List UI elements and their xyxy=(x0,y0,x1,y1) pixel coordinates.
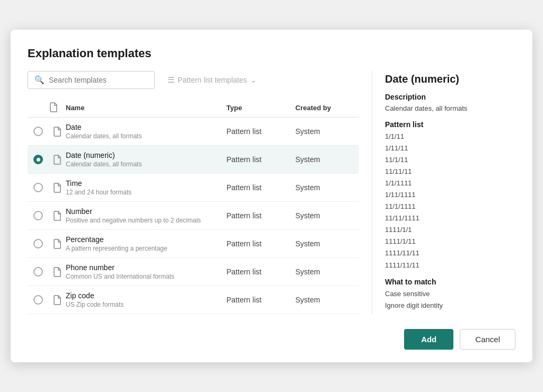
add-button[interactable]: Add xyxy=(404,329,453,350)
filter-label: Pattern list templates xyxy=(178,76,247,84)
templates-table: Name Type Created by Date Calendar dates… xyxy=(28,97,359,314)
radio-circle[interactable] xyxy=(33,267,43,277)
row-name-cell: Percentage A pattern representing a perc… xyxy=(66,235,226,252)
right-panel: Date (numeric) Description Calendar date… xyxy=(372,71,515,314)
what-to-match-label: What to match xyxy=(385,278,515,286)
pattern-list-item: 1111/11/11 xyxy=(385,260,515,271)
table-row[interactable]: Date (numeric) Calendar dates, all forma… xyxy=(28,146,359,174)
row-name: Time xyxy=(66,179,226,188)
radio-circle[interactable] xyxy=(33,183,43,192)
row-name: Number xyxy=(66,207,226,216)
row-name-cell: Date Calendar dates, all formats xyxy=(66,123,226,140)
row-description: Calendar dates, all formats xyxy=(66,161,226,168)
file-icon xyxy=(49,182,66,193)
row-created-by: System xyxy=(295,239,359,248)
pattern-list-item: 11/11/11 xyxy=(385,166,515,177)
modal-footer: Add Cancel xyxy=(28,329,515,350)
radio-circle[interactable] xyxy=(33,239,43,248)
row-name: Date (numeric) xyxy=(66,151,226,159)
row-type: Pattern list xyxy=(226,127,295,136)
table-row[interactable]: Date Calendar dates, all formats Pattern… xyxy=(28,118,359,146)
row-radio[interactable] xyxy=(28,155,49,164)
row-type: Pattern list xyxy=(226,239,295,248)
filter-lines-icon: ☰ xyxy=(168,75,174,85)
table-row[interactable]: Time 12 and 24 hour formats Pattern list… xyxy=(28,174,359,202)
cancel-button[interactable]: Cancel xyxy=(460,329,515,350)
row-name-cell: Phone number Common US and International… xyxy=(66,263,226,280)
table-header: Name Type Created by xyxy=(28,97,359,118)
pattern-list-item: 1/1/1111 xyxy=(385,177,515,189)
search-box[interactable]: 🔍 xyxy=(28,71,155,89)
row-name: Date xyxy=(66,123,226,131)
row-created-by: System xyxy=(295,211,359,220)
pattern-list-item: 1111/1/1 xyxy=(385,224,515,236)
row-description: 12 and 24 hour formats xyxy=(66,189,226,196)
what-to-match-item: Ignore digit identity xyxy=(385,300,515,311)
header-name: Name xyxy=(66,104,226,112)
what-to-match-items: Case sensitiveIgnore digit identity xyxy=(385,288,515,311)
modal-title: Explanation templates xyxy=(28,47,515,60)
row-radio[interactable] xyxy=(28,267,49,277)
header-created-by: Created by xyxy=(295,104,359,112)
row-radio[interactable] xyxy=(28,295,49,305)
row-radio[interactable] xyxy=(28,183,49,192)
left-panel: 🔍 ☰ Pattern list templates ⌄ xyxy=(28,71,372,314)
pattern-list-item: 11/1/11 xyxy=(385,154,515,166)
table-row[interactable]: Zip code US Zip code formats Pattern lis… xyxy=(28,286,359,314)
pattern-list-item: 11/1/1111 xyxy=(385,201,515,212)
file-icon xyxy=(49,238,66,249)
detail-title: Date (numeric) xyxy=(385,73,515,85)
pattern-list-item: 1111/1/11 xyxy=(385,236,515,247)
row-description: US Zip code formats xyxy=(66,301,226,308)
table-row[interactable]: Percentage A pattern representing a perc… xyxy=(28,230,359,258)
row-created-by: System xyxy=(295,183,359,192)
row-type: Pattern list xyxy=(226,296,295,304)
pattern-list-item: 1111/11/11 xyxy=(385,247,515,259)
row-created-by: System xyxy=(295,296,359,304)
row-type: Pattern list xyxy=(226,211,295,220)
row-name-cell: Time 12 and 24 hour formats xyxy=(66,179,226,196)
table-rows: Date Calendar dates, all formats Pattern… xyxy=(28,118,359,314)
row-name-cell: Zip code US Zip code formats xyxy=(66,291,226,308)
row-type: Pattern list xyxy=(226,183,295,192)
radio-circle[interactable] xyxy=(33,211,43,220)
filter-button[interactable]: ☰ Pattern list templates ⌄ xyxy=(163,72,261,88)
file-icon xyxy=(49,266,66,277)
radio-circle[interactable] xyxy=(33,127,43,136)
row-name: Percentage xyxy=(66,235,226,244)
file-icon xyxy=(49,126,66,137)
row-description: Common US and International formats xyxy=(66,273,226,280)
pattern-list-item: 1/1/11 xyxy=(385,131,515,142)
radio-circle[interactable] xyxy=(33,295,43,305)
radio-circle[interactable] xyxy=(33,155,43,164)
row-name-cell: Number Positive and negative numbers up … xyxy=(66,207,226,224)
search-input[interactable] xyxy=(49,76,148,84)
row-created-by: System xyxy=(295,127,359,136)
pattern-list-items: 1/1/111/11/1111/1/1111/11/111/1/11111/11… xyxy=(385,131,515,271)
row-description: Positive and negative numbers up to 2 de… xyxy=(66,217,226,224)
row-radio[interactable] xyxy=(28,239,49,248)
detail-description-label: Description xyxy=(385,93,515,101)
file-icon xyxy=(49,154,66,165)
file-icon xyxy=(49,295,66,305)
chevron-down-icon: ⌄ xyxy=(250,76,257,84)
what-to-match-item: Case sensitive xyxy=(385,288,515,300)
header-icon xyxy=(49,102,66,114)
row-name: Zip code xyxy=(66,291,226,300)
row-type: Pattern list xyxy=(226,268,295,276)
header-type: Type xyxy=(226,104,295,112)
toolbar: 🔍 ☰ Pattern list templates ⌄ xyxy=(28,71,359,89)
file-icon xyxy=(49,210,66,221)
table-row[interactable]: Phone number Common US and International… xyxy=(28,258,359,286)
row-description: A pattern representing a percentage xyxy=(66,245,226,252)
row-radio[interactable] xyxy=(28,211,49,220)
row-name-cell: Date (numeric) Calendar dates, all forma… xyxy=(66,151,226,168)
row-radio[interactable] xyxy=(28,127,49,136)
table-row[interactable]: Number Positive and negative numbers up … xyxy=(28,202,359,230)
pattern-list-item: 11/11/1111 xyxy=(385,212,515,224)
search-icon: 🔍 xyxy=(34,75,45,85)
row-created-by: System xyxy=(295,268,359,276)
row-description: Calendar dates, all formats xyxy=(66,132,226,140)
detail-pattern-list-label: Pattern list xyxy=(385,120,515,129)
pattern-list-item: 1/11/1111 xyxy=(385,189,515,201)
